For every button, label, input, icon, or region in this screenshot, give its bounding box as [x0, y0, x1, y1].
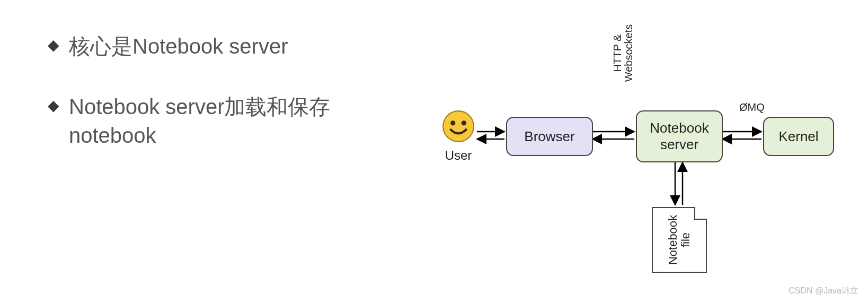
bullet-diamond-icon: ◆ — [48, 32, 59, 58]
bullet-text: 核心是Notebook server — [69, 32, 288, 61]
kernel-label: Kernel — [778, 128, 818, 145]
edge-label-0mq: ØMQ — [739, 102, 765, 113]
svg-point-10 — [462, 120, 466, 125]
svg-point-9 — [450, 120, 455, 125]
browser-node: Browser — [506, 117, 593, 156]
user-node: User — [437, 109, 480, 163]
smiley-icon — [441, 109, 476, 144]
diagram-arrows — [424, 64, 827, 276]
bullet-text: Notebook server加载和保存notebook — [69, 92, 397, 150]
bullet-item: ◆ Notebook server加载和保存notebook — [48, 92, 397, 150]
watermark: CSDN @Java韩立 — [789, 286, 858, 297]
browser-label: Browser — [524, 128, 574, 145]
notebook-server-node: Notebook server — [636, 110, 723, 162]
notebook-server-label: Notebook server — [650, 120, 708, 153]
svg-point-8 — [443, 111, 474, 142]
notebook-file-label: Notebook file — [667, 215, 692, 265]
kernel-node: Kernel — [763, 117, 834, 156]
bullet-list: ◆ 核心是Notebook server ◆ Notebook server加载… — [48, 32, 397, 182]
bullet-item: ◆ 核心是Notebook server — [48, 32, 397, 61]
architecture-diagram: User Browser Notebook server Kernel Note… — [424, 64, 827, 276]
slide: ◆ 核心是Notebook server ◆ Notebook server加载… — [0, 0, 868, 302]
user-label: User — [437, 148, 480, 163]
bullet-diamond-icon: ◆ — [48, 92, 59, 119]
notebook-file-node: Notebook file — [652, 207, 707, 273]
edge-label-http: HTTP & Websockets — [612, 21, 634, 85]
